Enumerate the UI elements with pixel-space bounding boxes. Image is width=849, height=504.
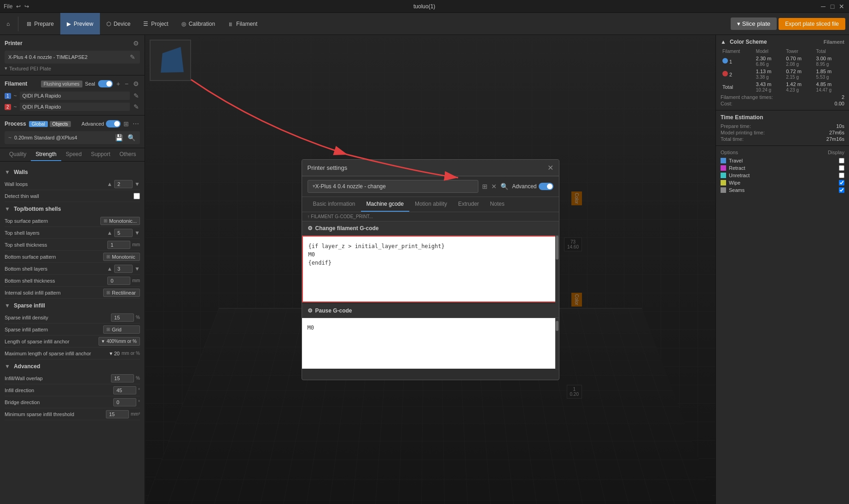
printer-settings-btn[interactable]: ⚙ xyxy=(132,39,140,48)
filament-edit-1[interactable]: ✎ xyxy=(133,91,140,100)
prepare-btn[interactable]: ⊞ Prepare xyxy=(20,13,60,35)
travel-checkbox[interactable] xyxy=(839,158,844,163)
top-shell-layers-label: Top shell layers xyxy=(5,230,107,236)
sparse-infill-density-label: Sparse infill density xyxy=(5,315,111,320)
infill-direction-input[interactable] xyxy=(113,386,136,394)
filament-name-2[interactable]: QIDI PLA Rapido xyxy=(20,103,130,111)
change-filament-title: Change filament G-code xyxy=(315,225,379,232)
seams-checkbox[interactable] xyxy=(839,187,844,193)
modal-copy-btn[interactable]: ⊞ xyxy=(482,183,488,190)
remove-filament-btn[interactable]: − xyxy=(124,79,129,88)
close-btn[interactable]: ✕ xyxy=(838,3,845,10)
printer-row[interactable]: X-Plus 4 0.4 nozzle - TIMELAPSE2 ✎ xyxy=(5,51,140,64)
seams-label: Seams xyxy=(729,187,836,193)
wall-loops-value: ▲ ▼ xyxy=(107,180,140,188)
process-tags: Global Objects xyxy=(29,121,71,127)
flushing-volumes-btn[interactable]: Flushing volumes xyxy=(41,81,82,87)
top-shell-thickness-input[interactable] xyxy=(107,241,130,249)
pause-gcode-scrollbar[interactable] xyxy=(555,318,559,370)
seams-color xyxy=(721,187,726,193)
filament-edit-2[interactable]: ✎ xyxy=(133,102,140,111)
device-btn[interactable]: ⬡ Device xyxy=(100,13,137,35)
advanced-group-title: ▼ Advanced xyxy=(5,363,140,370)
bridge-direction-input[interactable] xyxy=(113,398,136,406)
add-filament-btn[interactable]: + xyxy=(116,79,121,88)
length-sparse-dropdown[interactable]: ▾ 400%mm or % xyxy=(99,337,140,346)
change-filament-code[interactable]: {if layer_z > initial_layer_print_height… xyxy=(302,236,559,302)
tag-global[interactable]: Global xyxy=(29,121,48,127)
bottom-shell-thickness-input[interactable] xyxy=(107,277,130,285)
retract-checkbox[interactable] xyxy=(839,165,844,171)
th-tower: Tower xyxy=(784,48,814,55)
detect-thin-checkbox[interactable] xyxy=(134,193,140,199)
right-panel: ▲ Color Scheme Filament Filament Model T… xyxy=(715,35,849,504)
tag-objects[interactable]: Objects xyxy=(50,121,71,127)
sparse-infill-density-input[interactable] xyxy=(111,313,134,322)
preset-search-btn[interactable]: 🔍 xyxy=(127,133,136,142)
sparse-infill-pattern-dropdown[interactable]: ⊞ Grid xyxy=(103,325,140,334)
pause-gcode-code[interactable]: M0 xyxy=(302,318,559,369)
process-preset[interactable]: ~ 0.20mm Standard @XPlus4 💾 🔍 xyxy=(5,131,140,144)
maximize-btn[interactable]: □ xyxy=(829,3,836,10)
minimize-btn[interactable]: ─ xyxy=(820,3,827,10)
process-more-btn[interactable]: ⋯ xyxy=(132,119,140,128)
file-menu[interactable]: File xyxy=(4,3,12,10)
advanced-switch[interactable] xyxy=(106,120,121,127)
modal-tab-motion[interactable]: Motion ability xyxy=(409,197,453,212)
collapse-icon[interactable]: ▲ xyxy=(721,39,726,45)
redo-btn[interactable]: ↪ xyxy=(24,3,29,10)
tab-support[interactable]: Support xyxy=(86,148,115,161)
export-btn[interactable]: Export plate sliced file xyxy=(779,18,845,30)
top-surface-pattern-dropdown[interactable]: ⊞ Monotonic... xyxy=(100,217,140,225)
top-shell-layers-input[interactable] xyxy=(114,229,133,237)
filament-settings-btn[interactable]: ⚙ xyxy=(132,79,140,88)
home-btn[interactable]: ⌂ xyxy=(0,13,16,35)
min-sparse-value: mm² xyxy=(106,410,140,418)
tab-speed[interactable]: Speed xyxy=(61,148,87,161)
viewport[interactable]: Color Color 73 14.60 1 0.20 Printer sett… xyxy=(145,35,715,504)
filament-stats-table: Filament Model Tower Total 1 2.30 m6.86 … xyxy=(721,48,844,93)
modal-printer-name: X-Plus 4 0.4 nozzle - change xyxy=(315,183,474,190)
modal-delete-btn[interactable]: ✕ xyxy=(491,183,497,190)
infill-wall-overlap-value: % xyxy=(111,374,140,382)
tab-quality[interactable]: Quality xyxy=(5,148,31,161)
spinbox-down[interactable]: ▼ xyxy=(134,181,140,187)
wipe-checkbox[interactable] xyxy=(839,180,844,185)
preview-btn[interactable]: ▶ Preview xyxy=(60,13,100,35)
window-controls: ─ □ ✕ xyxy=(820,3,845,10)
internal-solid-infill-dropdown[interactable]: ⊞ Rectilinear xyxy=(103,289,140,297)
slice-label: Slice plate xyxy=(742,20,771,27)
filament-name-1[interactable]: QIDI PLA Rapido xyxy=(20,92,130,100)
modal-advanced-switch[interactable] xyxy=(539,183,553,190)
seal-toggle[interactable] xyxy=(98,80,113,87)
filament-btn[interactable]: ⫼ Filament xyxy=(221,13,264,35)
undo-btn[interactable]: ↩ xyxy=(16,3,21,10)
td-total-total: 4.85 m14.47 g xyxy=(814,81,844,93)
bottom-shell-layers-input[interactable] xyxy=(114,265,133,273)
tab-strength[interactable]: Strength xyxy=(31,148,61,161)
printer-edit-btn[interactable]: ✎ xyxy=(129,52,136,62)
infill-direction-label: Infill direction xyxy=(5,388,113,393)
modal-close-btn[interactable]: ✕ xyxy=(547,163,553,172)
change-filament-scrollbar[interactable] xyxy=(555,236,559,304)
calibration-btn[interactable]: ◎ Calibration xyxy=(175,13,221,35)
tab-others[interactable]: Others xyxy=(115,148,140,161)
modal-tab-notes[interactable]: Notes xyxy=(484,197,510,212)
unretract-checkbox[interactable] xyxy=(839,173,844,178)
infill-wall-overlap-input[interactable] xyxy=(111,374,134,382)
slice-btn[interactable]: ▾ Slice plate xyxy=(731,17,777,30)
modal-tab-basic[interactable]: Basic information xyxy=(308,197,361,212)
project-btn[interactable]: ☰ Project xyxy=(137,13,174,35)
preset-save-btn[interactable]: 💾 xyxy=(114,133,124,142)
modal-tab-machine-gcode[interactable]: Machine gcode xyxy=(361,197,409,212)
modal-printer-select[interactable]: ▾ X-Plus 4 0.4 nozzle - change xyxy=(308,180,479,193)
modal-tab-extruder[interactable]: Extruder xyxy=(453,197,484,212)
sparse-infill-density-value: % xyxy=(111,313,140,322)
process-view-btn[interactable]: ⊞ xyxy=(122,119,130,128)
modal-search-btn[interactable]: 🔍 xyxy=(500,183,508,190)
bridge-direction-value: ° xyxy=(113,398,140,406)
spinbox-up[interactable]: ▲ xyxy=(107,181,112,187)
wall-loops-input[interactable] xyxy=(114,180,133,188)
bottom-surface-pattern-dropdown[interactable]: ⊞ Monotonic xyxy=(103,253,140,261)
min-sparse-input[interactable] xyxy=(106,410,129,418)
